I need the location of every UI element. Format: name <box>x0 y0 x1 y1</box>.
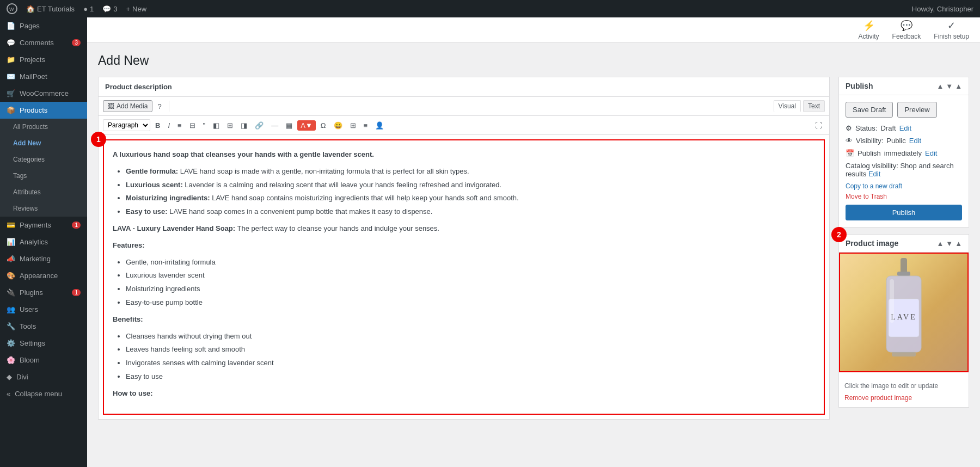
toolbar-toggle-button[interactable]: ▦ <box>283 120 295 131</box>
italic-button[interactable]: I <box>165 120 173 131</box>
ordered-list-button[interactable]: ⊟ <box>187 120 198 131</box>
svg-text:W: W <box>9 7 14 12</box>
special-char-button[interactable]: Ω <box>318 120 329 131</box>
top-nav-feedback[interactable]: 💬 Feedback <box>892 20 921 40</box>
sidebar-item-payments[interactable]: 💳 Payments 1 <box>0 217 87 234</box>
link-button[interactable]: 🔗 <box>252 120 266 131</box>
sidebar-item-marketing[interactable]: 📣 Marketing <box>0 250 87 267</box>
bloom-icon: 🌸 <box>7 356 15 364</box>
fullscreen-button[interactable]: ⛶ <box>812 120 825 131</box>
help-button[interactable]: ? <box>155 101 164 112</box>
user-button[interactable]: 👤 <box>372 120 387 131</box>
img-close: ▲ <box>955 239 962 248</box>
publish-edit-link[interactable]: Edit <box>925 149 937 157</box>
sidebar-item-divi[interactable]: ◆ Divi <box>0 368 87 385</box>
publish-metabox-header[interactable]: Publish ▲ ▼ ▲ <box>839 77 969 95</box>
publish-actions: Save Draft Preview <box>846 102 962 118</box>
top-nav-activity[interactable]: ⚡ Activity <box>859 20 879 40</box>
product-image-header[interactable]: Product image ▲ ▼ ▲ <box>839 235 969 253</box>
visual-text-tabs: Visual Text <box>774 100 825 112</box>
comment-icon: 💬 <box>102 5 111 13</box>
divi-icon: ◆ <box>7 373 12 381</box>
add-media-button[interactable]: 🖼 Add Media <box>103 100 152 112</box>
circle-icon: ● <box>83 5 88 13</box>
bold-button[interactable]: B <box>152 120 163 131</box>
catalog-edit-link[interactable]: Edit <box>868 170 880 178</box>
save-draft-button[interactable]: Save Draft <box>846 102 893 118</box>
product-image-metabox: 2 Product image ▲ ▼ ▲ <box>838 234 969 408</box>
editor-box-title: Product description <box>99 77 829 97</box>
right-sidebar: Publish ▲ ▼ ▲ Save Draft Preview ⚙ Statu… <box>838 77 969 428</box>
new-post[interactable]: + New <box>126 5 146 13</box>
sidebar-item-products[interactable]: 📦 Products <box>0 102 87 119</box>
align-full-button[interactable]: ≡ <box>361 120 371 131</box>
editor-intro: A luxurious hand soap that cleanses your… <box>113 150 374 158</box>
sidebar-item-analytics[interactable]: 📊 Analytics <box>0 234 87 250</box>
wp-logo-item[interactable]: W <box>7 3 17 14</box>
sidebar-subitem-categories[interactable]: Categories <box>0 151 87 168</box>
status-icon: ⚙ <box>846 124 852 132</box>
sidebar-item-pages[interactable]: 📄 Pages <box>0 17 87 34</box>
sidebar-item-collapse[interactable]: « Collapse menu <box>0 385 87 402</box>
comments-badge: 3 <box>72 39 81 46</box>
sidebar-item-tools[interactable]: 🔧 Tools <box>0 318 87 335</box>
table-button[interactable]: ⊞ <box>347 120 359 131</box>
finish-setup-icon: ✓ <box>947 20 955 32</box>
plus-icon: + <box>126 5 130 13</box>
sidebar-subitem-attributes[interactable]: Attributes <box>0 184 87 200</box>
sidebar-item-woocommerce[interactable]: 🛒 WooCommerce <box>0 85 87 102</box>
color-button[interactable]: A▼ <box>297 120 316 131</box>
svg-rect-8 <box>890 279 894 323</box>
activity-icon: ⚡ <box>863 20 875 32</box>
visibility-edit-link[interactable]: Edit <box>909 137 921 145</box>
preview-button[interactable]: Preview <box>897 102 936 118</box>
sidebar-subitem-all-products[interactable]: All Products <box>0 119 87 135</box>
product-image-content: LAVE Click the image to edit or update R… <box>839 253 969 407</box>
sidebar-item-bloom[interactable]: 🌸 Bloom <box>0 352 87 368</box>
sidebar-item-comments[interactable]: 💬 Comments 3 <box>0 34 87 51</box>
house-icon: 🏠 <box>26 5 35 13</box>
editor-content[interactable]: A luxurious hand soap that cleanses your… <box>103 139 825 415</box>
blockquote-button[interactable]: " <box>200 120 209 131</box>
align-left-button[interactable]: ◧ <box>210 120 222 131</box>
features-list: Gentle, non-irritating formula Luxurious… <box>126 257 815 309</box>
text-tab[interactable]: Text <box>803 100 825 112</box>
status-value: Draft <box>880 124 896 132</box>
product-image-title: Product image <box>846 239 898 248</box>
align-right-button[interactable]: ◨ <box>238 120 250 131</box>
sidebar-item-settings[interactable]: ⚙️ Settings <box>0 335 87 352</box>
visual-tab[interactable]: Visual <box>774 100 801 112</box>
sidebar-item-projects[interactable]: 📁 Projects <box>0 51 87 68</box>
sidebar-item-users[interactable]: 👥 Users <box>0 301 87 318</box>
admin-bar: W 🏠 ET Tutorials ● 1 💬 3 + New Howdy, Ch… <box>0 0 980 17</box>
benefit-1: Cleanses hands without drying them out <box>126 331 815 342</box>
mailpoet-icon: ✉️ <box>7 72 15 81</box>
notif-1[interactable]: ● 1 <box>83 5 94 13</box>
sidebar-item-plugins[interactable]: 🔌 Plugins 1 <box>0 284 87 301</box>
publish-button[interactable]: Publish <box>846 205 962 220</box>
insert-more-button[interactable]: — <box>268 120 281 131</box>
format-select[interactable]: Paragraph <box>103 119 150 131</box>
visibility-value: Public <box>886 137 905 145</box>
top-nav-finish-setup[interactable]: ✓ Finish setup <box>934 20 969 40</box>
emoji-button[interactable]: 😀 <box>331 120 345 131</box>
sidebar-item-appearance[interactable]: 🎨 Appearance <box>0 267 87 284</box>
remove-product-image-link[interactable]: Remove product image <box>844 394 963 402</box>
sidebar-subitem-tags[interactable]: Tags <box>0 168 87 184</box>
align-center-button[interactable]: ⊞ <box>224 120 236 131</box>
sidebar-item-mailpoet[interactable]: ✉️ MailPoet <box>0 68 87 85</box>
visibility-label: Visibility: <box>856 137 883 145</box>
product-image[interactable]: LAVE <box>839 253 969 372</box>
bullet-4: Easy to use: LAVE hand soap comes in a c… <box>126 206 815 218</box>
unordered-list-button[interactable]: ≡ <box>175 120 185 131</box>
site-name[interactable]: 🏠 ET Tutorials <box>26 5 75 13</box>
notif-comments[interactable]: 💬 3 <box>102 5 117 13</box>
sidebar-subitem-add-new[interactable]: Add New <box>0 135 87 151</box>
features-bullets-1: Gentle formula: LAVE hand soap is made w… <box>126 166 815 218</box>
move-to-trash-link[interactable]: Move to Trash <box>846 193 887 200</box>
sidebar-subitem-reviews[interactable]: Reviews <box>0 200 87 217</box>
status-edit-link[interactable]: Edit <box>899 124 911 132</box>
publish-time-row: 📅 Publish immediately Edit <box>846 149 962 157</box>
status-label: Status: <box>855 124 877 132</box>
copy-to-new-draft-link[interactable]: Copy to a new draft <box>846 182 962 190</box>
